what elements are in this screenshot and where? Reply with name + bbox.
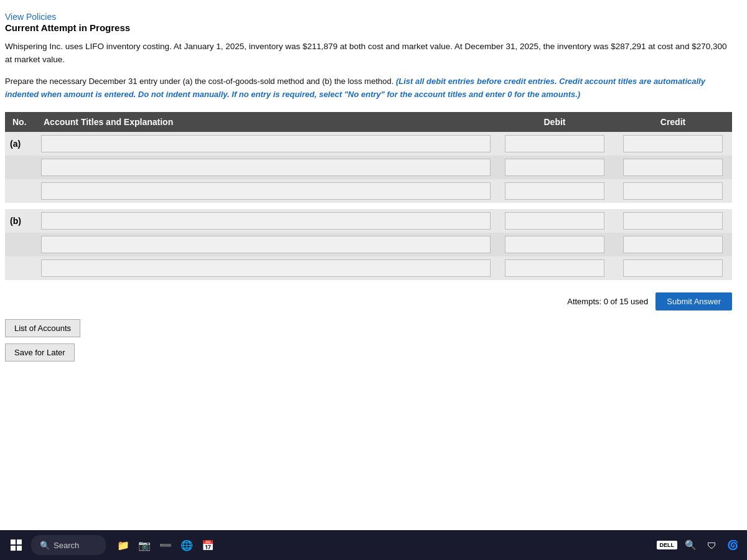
credit-input-b3[interactable] [623,259,723,277]
save-later-row: Save for Later [5,343,732,362]
debit-input-a2[interactable] [505,159,604,176]
row-label-b: (b) [5,209,36,233]
debit-cell [496,233,614,256]
chrome-icon[interactable]: 🌀 [725,537,741,553]
account-input-b2[interactable] [41,236,491,253]
col-header-credit: Credit [614,112,732,132]
account-input-b1[interactable] [41,212,491,230]
problem-description: Whispering Inc. uses LIFO inventory cost… [5,40,732,67]
taskbar-search-right-icon[interactable]: 🔍 [682,537,698,553]
account-cell [36,179,496,203]
spacer-row [5,203,732,209]
account-cell [36,209,496,233]
credit-cell [614,233,732,256]
table-row [5,256,732,280]
taskbar-right: DELL 🔍 🛡 🌀 [657,537,741,553]
instructions-text: Prepare the necessary December 31 entry … [5,75,732,101]
debit-input-a3[interactable] [505,182,604,200]
row-label-a: (a) [5,132,36,156]
table-row: (b) [5,209,732,233]
start-button[interactable] [6,535,26,555]
credit-cell [614,209,732,233]
table-row: (a) [5,132,732,156]
camera-icon[interactable]: 📷 [136,536,153,554]
account-input-b3[interactable] [41,259,491,277]
calendar-icon[interactable]: 📅 [199,536,217,554]
account-input-a1[interactable] [41,135,491,152]
table-row [5,179,732,203]
row-label-empty [5,256,36,280]
attempts-row: Attempts: 0 of 15 used Submit Answer [5,292,732,310]
taskbar: 🔍 Search 📁 📷 ➖ 🌐 📅 DELL 🔍 🛡 🌀 [0,530,747,560]
account-cell [36,156,496,179]
debit-cell [496,209,614,233]
minus-icon[interactable]: ➖ [157,536,174,554]
main-content: View Policies Current Attempt in Progres… [0,0,747,530]
col-header-no: No. [5,112,36,132]
account-cell [36,256,496,280]
credit-cell [614,132,732,156]
row-label-empty [5,156,36,179]
debit-cell [496,256,614,280]
taskbar-icons: 📁 📷 ➖ 🌐 📅 [115,536,217,554]
file-explorer-icon[interactable]: 📁 [115,536,132,554]
debit-input-a1[interactable] [505,135,604,152]
list-accounts-button[interactable]: List of Accounts [5,319,80,337]
edge-icon[interactable]: 🌐 [178,536,195,554]
view-policies-link[interactable]: View Policies [5,12,56,22]
account-input-a2[interactable] [41,159,491,176]
shield-icon[interactable]: 🛡 [703,537,720,553]
attempts-text: Attempts: 0 of 15 used [567,297,648,306]
account-cell [36,132,496,156]
credit-cell [614,156,732,179]
submit-answer-button[interactable]: Submit Answer [655,292,732,310]
credit-input-a2[interactable] [623,159,723,176]
dell-badge[interactable]: DELL [657,541,678,549]
credit-input-a3[interactable] [623,182,723,200]
col-header-debit: Debit [496,112,614,132]
account-cell [36,233,496,256]
table-row [5,156,732,179]
debit-cell [496,179,614,203]
debit-input-b3[interactable] [505,259,604,277]
credit-cell [614,256,732,280]
list-accounts-row: List of Accounts [5,319,732,337]
search-label: Search [54,541,79,550]
search-icon: 🔍 [40,541,50,550]
col-header-account: Account Titles and Explanation [36,112,496,132]
taskbar-search-box[interactable]: 🔍 Search [31,535,106,555]
current-attempt-heading: Current Attempt in Progress [5,22,732,33]
debit-cell [496,156,614,179]
debit-input-b2[interactable] [505,236,604,253]
credit-cell [614,179,732,203]
credit-input-b1[interactable] [623,212,723,230]
debit-cell [496,132,614,156]
debit-input-b1[interactable] [505,212,604,230]
row-label-empty [5,179,36,203]
account-input-a3[interactable] [41,182,491,200]
credit-input-b2[interactable] [623,236,723,253]
bottom-area: Attempts: 0 of 15 used Submit Answer Lis… [5,292,732,368]
table-row [5,233,732,256]
journal-table: No. Account Titles and Explanation Debit… [5,112,732,280]
row-label-empty [5,233,36,256]
save-for-later-button[interactable]: Save for Later [5,343,75,362]
windows-icon [11,539,22,551]
credit-input-a1[interactable] [623,135,723,152]
